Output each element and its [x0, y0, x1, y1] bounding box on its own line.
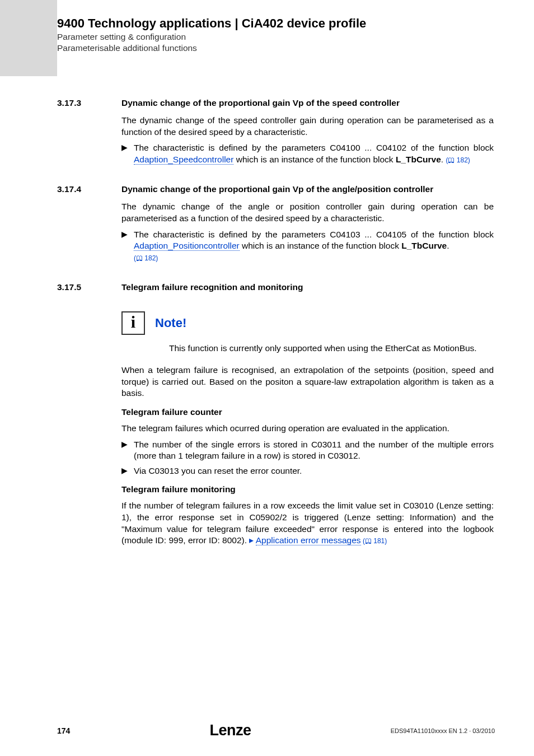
- section-title: Telegram failure recognition and monitor…: [121, 282, 303, 292]
- note-label: Note!: [155, 316, 186, 330]
- page-footer: 174 Lenze EDS94TA11010xxxx EN 1.2 · 03/2…: [57, 722, 495, 739]
- bullet-item: ▶ The characteristic is defined by the p…: [121, 142, 494, 165]
- arrow-icon: ▸: [249, 535, 254, 545]
- left-gray-bar: [0, 0, 57, 76]
- paragraph: The dynamic change of the speed controll…: [121, 115, 494, 138]
- bullet-text: Via C03013 you can reset the error count…: [134, 465, 494, 477]
- doc-subtitle-1: Parameter setting & configuration: [57, 32, 495, 42]
- section-body: The dynamic change of the angle or posit…: [121, 201, 494, 263]
- text: The characteristic is defined by the par…: [134, 230, 494, 239]
- text: .: [447, 241, 449, 250]
- subheading-telegram-failure-monitoring: Telegram failure monitoring: [121, 484, 494, 494]
- doc-title: 9400 Technology applications | CiA402 de…: [57, 16, 495, 31]
- bullet-marker: ▶: [121, 439, 134, 450]
- text: which is an instance of the function blo…: [233, 155, 396, 164]
- bullet-text: The number of the single errors is store…: [134, 439, 494, 462]
- link-adaption-positioncontroller[interactable]: Adaption_Positioncontroller: [134, 241, 240, 251]
- section-heading-3-17-3: 3.17.3 Dynamic change of the proportiona…: [57, 98, 494, 108]
- bullet-item: ▶ The characteristic is defined by the p…: [121, 229, 494, 264]
- bullet-marker: ▶: [121, 142, 134, 153]
- bullet-text: The characteristic is defined by the par…: [134, 229, 494, 264]
- link-adaption-speedcontroller[interactable]: Adaption_Speedcontroller: [134, 155, 233, 165]
- subsection-body: If the number of telegram failures in a …: [121, 500, 494, 546]
- text-bold: L_TbCurve: [396, 155, 441, 164]
- note-callout: i Note!: [121, 311, 494, 335]
- text: which is an instance of the function blo…: [240, 241, 402, 250]
- paragraph: When a telegram failure is recognised, a…: [121, 365, 494, 399]
- page-ref[interactable]: (🕮 181): [361, 537, 387, 545]
- text-bold: L_TbCurve: [401, 241, 447, 250]
- page-ref[interactable]: (🕮 182): [446, 156, 470, 164]
- info-icon: i: [121, 311, 145, 335]
- section-number: 3.17.5: [57, 282, 121, 292]
- bullet-text: The characteristic is defined by the par…: [134, 142, 494, 165]
- lenze-logo: Lenze: [210, 722, 251, 739]
- note-text: This function is currently only supporte…: [169, 343, 494, 354]
- section-number: 3.17.3: [57, 98, 121, 108]
- main-content: 3.17.3 Dynamic change of the proportiona…: [57, 98, 494, 551]
- subsection-body: The telegram failures which ocurred duri…: [121, 423, 494, 477]
- section-title: Dynamic change of the proportional gain …: [121, 184, 433, 194]
- section-heading-3-17-5: 3.17.5 Telegram failure recognition and …: [57, 282, 494, 292]
- subheading-telegram-failure-counter: Telegram failure counter: [121, 407, 494, 417]
- bullet-marker: ▶: [121, 465, 134, 476]
- paragraph: The dynamic change of the angle or posit…: [121, 201, 494, 224]
- bullet-item: ▶ Via C03013 you can reset the error cou…: [121, 465, 494, 477]
- section-number: 3.17.4: [57, 184, 121, 194]
- bullet-marker: ▶: [121, 229, 134, 240]
- paragraph: If the number of telegram failures in a …: [121, 500, 494, 546]
- section-heading-3-17-4: 3.17.4 Dynamic change of the proportiona…: [57, 184, 494, 194]
- section-body: The dynamic change of the speed controll…: [121, 115, 494, 165]
- page-header: 9400 Technology applications | CiA402 de…: [57, 16, 495, 53]
- page-number: 174: [57, 726, 70, 735]
- paragraph: The telegram failures which ocurred duri…: [121, 423, 494, 435]
- page-ref[interactable]: (🕮 182): [134, 254, 158, 262]
- link-application-error-messages[interactable]: Application error messages: [256, 535, 361, 545]
- text: The characteristic is defined by the par…: [134, 143, 494, 152]
- section-body: When a telegram failure is recognised, a…: [121, 365, 494, 399]
- doc-subtitle-2: Parameterisable additional functions: [57, 43, 495, 53]
- bullet-item: ▶ The number of the single errors is sto…: [121, 439, 494, 462]
- doc-code: EDS94TA11010xxxx EN 1.2 · 03/2010: [391, 727, 495, 734]
- section-title: Dynamic change of the proportional gain …: [121, 98, 400, 108]
